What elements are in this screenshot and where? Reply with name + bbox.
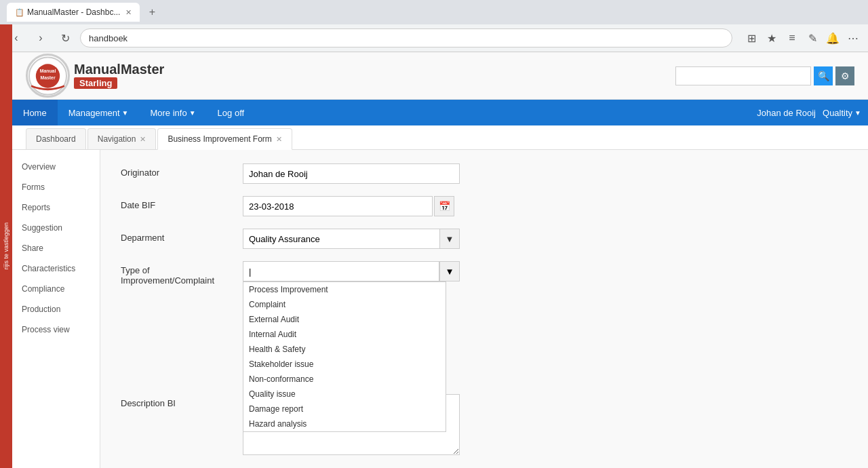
dropdown-option-internal-audit[interactable]: Internal Audit xyxy=(243,327,446,342)
type-input[interactable] xyxy=(243,261,439,281)
reader-mode-icon[interactable]: ⊞ xyxy=(743,30,760,46)
deparment-row: Deparment Quality Assurance ▼ xyxy=(121,229,848,249)
nav-more-info-dropdown-icon: ▼ xyxy=(189,109,196,117)
search-input[interactable] xyxy=(675,66,811,85)
browser-titlebar: 📋 ManualMaster - Dashbc... ✕ + xyxy=(0,0,868,24)
nav-more-info[interactable]: More info ▼ xyxy=(139,100,206,125)
new-tab-button[interactable]: + xyxy=(144,4,160,20)
sidebar-item-characteristics[interactable]: Characteristics xyxy=(12,258,100,279)
search-settings-button[interactable]: ⚙ xyxy=(835,66,854,85)
tab-bar: Dashboard Navigation ✕ Business Improvem… xyxy=(12,125,868,150)
sidebar-item-process-view[interactable]: Process view xyxy=(12,319,100,340)
address-bar[interactable] xyxy=(80,28,732,47)
dropdown-option-stakeholder-issue[interactable]: Stakeholder issue xyxy=(243,357,446,372)
settings-icon: ⚙ xyxy=(841,71,850,81)
nav-management-label: Management xyxy=(68,108,120,118)
logo-text: ManualMaster Starling xyxy=(74,62,164,89)
refresh-button[interactable]: ↻ xyxy=(56,28,75,47)
app-header: Manual Master ManualMaster Starling 🔍 ⚙ xyxy=(12,52,868,100)
content-area: Overview Forms Reports Suggestion Share … xyxy=(12,150,868,468)
originator-control xyxy=(243,163,848,184)
dropdown-option-complaint[interactable]: Complaint xyxy=(243,297,446,312)
type-label: Type of Improvement/Complaint xyxy=(121,261,243,286)
nav-right: Johan de Rooij Qualtity ▼ xyxy=(757,108,868,118)
sidebar-item-production[interactable]: Production xyxy=(12,299,100,319)
tab-bif-label: Business Improvement Form xyxy=(167,134,271,144)
date-wrapper: 📅 xyxy=(243,196,848,216)
svg-text:Master: Master xyxy=(40,75,55,79)
sidebar-item-compliance[interactable]: Compliance xyxy=(12,279,100,299)
date-bif-input[interactable] xyxy=(243,196,433,216)
dropdown-option-quality-issue[interactable]: Quality issue xyxy=(243,387,446,402)
originator-input[interactable] xyxy=(243,163,460,184)
form-area: Originator Date BIF 📅 xyxy=(100,150,868,468)
browser-toolbar-icons: ⊞ ★ ≡ ✎ 🔔 ⋯ xyxy=(743,30,861,46)
tab-bif-close[interactable]: ✕ xyxy=(276,135,282,144)
edit-icon[interactable]: ✎ xyxy=(804,30,821,46)
nav-log-off[interactable]: Log off xyxy=(207,100,256,125)
nav-org[interactable]: Qualtity ▼ xyxy=(823,108,861,118)
browser-chrome: 📋 ManualMaster - Dashbc... ✕ + ‹ › ↻ ⊞ ★… xyxy=(0,0,868,52)
tab-business-improvement-form[interactable]: Business Improvement Form ✕ xyxy=(157,128,292,150)
dropdown-option-process-improvement[interactable]: Process Improvement xyxy=(243,282,446,297)
notifications-icon[interactable]: 🔔 xyxy=(825,30,841,46)
search-button[interactable]: 🔍 xyxy=(814,66,833,85)
sidebar-item-overview[interactable]: Overview xyxy=(12,157,100,177)
nav-bar: Home Management ▼ More info ▼ Log off Jo… xyxy=(12,100,868,125)
search-bar: 🔍 ⚙ xyxy=(675,66,854,85)
nav-management-dropdown-icon: ▼ xyxy=(122,109,129,117)
type-row: Type of Improvement/Complaint ▼ Process … xyxy=(121,261,848,286)
dropdown-option-hazard-analysis[interactable]: Hazard analysis xyxy=(243,416,446,431)
nav-org-dropdown-icon: ▼ xyxy=(854,109,861,117)
type-dropdown-list: Process Improvement Complaint External A… xyxy=(243,281,446,432)
nav-more-info-label: More info xyxy=(150,108,186,118)
date-bif-label: Date BIF xyxy=(121,196,243,210)
svg-text:Manual: Manual xyxy=(40,69,56,73)
nav-management[interactable]: Management ▼ xyxy=(58,100,140,125)
date-bif-row: Date BIF 📅 xyxy=(121,196,848,216)
logo-circle: Manual Master xyxy=(26,54,70,98)
sidebar-item-suggestion[interactable]: Suggestion xyxy=(12,218,100,238)
originator-label: Originator xyxy=(121,163,243,178)
deparment-label: Deparment xyxy=(121,229,243,243)
forward-button[interactable]: › xyxy=(31,28,50,47)
type-dropdown-button[interactable]: ▼ xyxy=(439,261,460,281)
app-logo: Manual Master ManualMaster Starling xyxy=(26,54,164,98)
type-control: ▼ Process Improvement Complaint External… xyxy=(243,261,848,281)
date-picker-button[interactable]: 📅 xyxy=(434,196,454,216)
sidebar-item-reports[interactable]: Reports xyxy=(12,197,100,218)
nav-left: Home Management ▼ More info ▼ Log off xyxy=(12,100,255,125)
tab-navigation[interactable]: Navigation ✕ xyxy=(87,128,157,149)
originator-row: Originator xyxy=(121,163,848,184)
side-panel-text: rijis te vastleggen xyxy=(3,222,9,270)
browser-controls: ‹ › ↻ ⊞ ★ ≡ ✎ 🔔 ⋯ xyxy=(0,24,868,52)
dropdown-option-damage-report[interactable]: Damage report xyxy=(243,402,446,416)
nav-user: Johan de Rooij xyxy=(757,108,816,118)
date-bif-control: 📅 xyxy=(243,196,848,216)
search-icon: 🔍 xyxy=(818,71,829,81)
sidebar-item-forms[interactable]: Forms xyxy=(12,177,100,197)
description-label: Description BI xyxy=(121,394,243,408)
more-icon[interactable]: ⋯ xyxy=(845,30,861,46)
tab-dashboard-label: Dashboard xyxy=(36,134,76,144)
side-panel: rijis te vastleggen xyxy=(0,24,12,468)
dropdown-option-non-conformance[interactable]: Non-conformance xyxy=(243,372,446,387)
main-wrapper: rijis te vastleggen Manual Master Manual… xyxy=(12,52,868,468)
tab-navigation-close[interactable]: ✕ xyxy=(140,135,146,144)
favorites-icon[interactable]: ★ xyxy=(764,30,780,46)
tab-navigation-label: Navigation xyxy=(98,134,136,144)
tab-favicon: 📋 xyxy=(15,8,24,17)
dropdown-option-external-audit[interactable]: External Audit xyxy=(243,312,446,327)
collections-icon[interactable]: ≡ xyxy=(784,30,800,46)
tab-close-icon[interactable]: ✕ xyxy=(125,8,132,17)
dropdown-option-health-safety[interactable]: Health & Safety xyxy=(243,342,446,357)
type-dropdown-container: ▼ Process Improvement Complaint External… xyxy=(243,261,460,281)
sidebar-item-share[interactable]: Share xyxy=(12,238,100,258)
deparment-control: Quality Assurance ▼ xyxy=(243,229,848,249)
deparment-select[interactable]: Quality Assurance xyxy=(243,229,460,249)
nav-home[interactable]: Home xyxy=(12,100,58,125)
description-row: Description BI xyxy=(121,394,848,457)
deparment-select-wrap: Quality Assurance ▼ xyxy=(243,229,460,249)
tab-dashboard[interactable]: Dashboard xyxy=(26,128,86,149)
browser-tab[interactable]: 📋 ManualMaster - Dashbc... ✕ xyxy=(7,3,140,22)
